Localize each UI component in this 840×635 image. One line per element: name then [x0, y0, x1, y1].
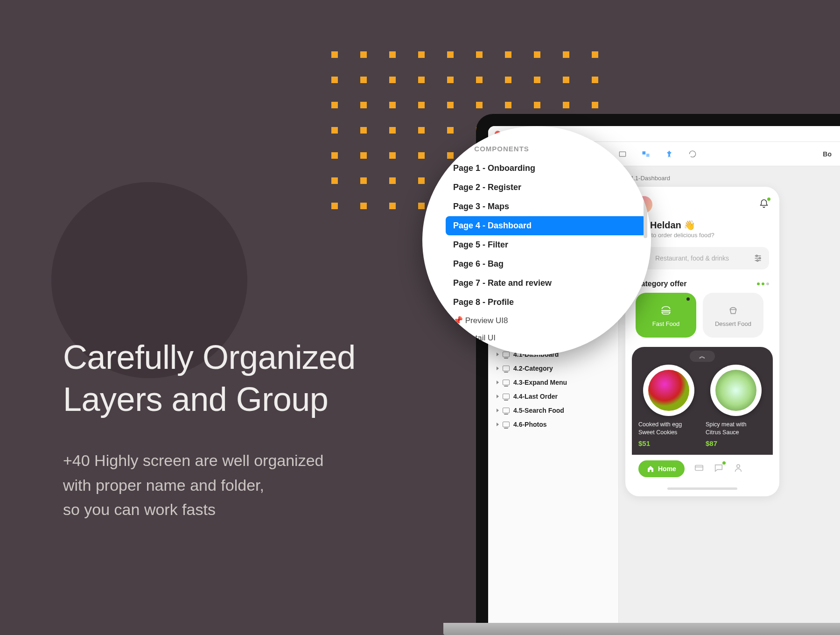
home-icon — [647, 465, 654, 473]
svg-rect-7 — [695, 465, 703, 470]
hero-desc-line3: so you can work fasts — [63, 501, 216, 518]
design-canvas[interactable]: 4.1-Dashboard Hi, Heldan 👋 Want to ord — [619, 166, 840, 623]
artboard-icon — [503, 422, 510, 427]
tab-profile[interactable] — [733, 463, 743, 475]
tab-home-label: Home — [658, 465, 676, 473]
artboard-icon — [503, 366, 510, 371]
hero-title-line1: Carefully Organized — [63, 339, 356, 376]
hero-desc-line1: +40 Highly screen are well organized — [63, 452, 323, 469]
hero-title-line2: Layers and Group — [63, 381, 328, 418]
tab-wallet[interactable] — [694, 463, 704, 475]
page-row[interactable]: Page 7 - Rate and review — [446, 274, 646, 293]
hero-desc-line2: with proper name and folder, — [63, 476, 264, 494]
page-row-selected[interactable]: Page 4 - Dashboard — [446, 216, 646, 235]
artboard-icon — [503, 408, 510, 413]
artboard-icon — [503, 352, 510, 357]
food-name: Spicy meat with — [706, 421, 747, 428]
home-indicator — [667, 487, 737, 490]
toolbar-artboard-icon[interactable] — [618, 149, 627, 159]
page-row[interactable]: Page 5 - Filter — [446, 235, 646, 254]
bottom-sheet[interactable]: ︽ Cooked with eggSweet Cookies $51 — [632, 347, 773, 455]
food-card[interactable]: Cooked with eggSweet Cookies $51 — [638, 365, 699, 447]
layer-row[interactable]: 4.5-Search Food — [488, 403, 618, 417]
expand-handle-icon[interactable]: ︽ — [690, 351, 715, 362]
page-row[interactable]: Page 6 - Bag — [446, 254, 646, 274]
toolbar-pin-icon[interactable] — [665, 149, 674, 159]
layer-label: 4.3-Expand Menu — [513, 379, 567, 386]
toolbar-group-icon[interactable] — [641, 149, 651, 159]
page-row[interactable]: Page 2 - Register — [446, 178, 646, 197]
layer-label: 4.4-Last Order — [513, 393, 558, 400]
food-name: Sweet Cookies — [638, 429, 677, 436]
panel-tab-components[interactable]: COMPONENTS — [474, 145, 529, 153]
category-card-dessert[interactable]: Dessert Food — [703, 293, 763, 338]
cupcake-icon — [727, 303, 739, 316]
layer-label: 4.5-Search Food — [513, 407, 564, 414]
page-row[interactable]: Page 3 - Maps — [446, 197, 646, 216]
layer-row[interactable]: 4.4-Last Order — [488, 389, 618, 403]
food-price: $51 — [638, 439, 699, 447]
tab-bar: Home — [632, 455, 773, 483]
layer-label: 4.2-Category — [513, 365, 553, 372]
food-price: $87 — [706, 439, 766, 447]
page-row[interactable]: Page 1 - Onboarding — [446, 159, 646, 178]
search-placeholder: Restaurant, food & drinks — [655, 254, 729, 262]
food-card[interactable]: Spicy meat withCitrus Sauce $87 — [706, 365, 766, 447]
filter-icon[interactable] — [753, 254, 763, 263]
hero-copy: Carefully Organized Layers and Group +40… — [63, 336, 356, 522]
notification-icon[interactable] — [759, 198, 769, 211]
toolbar-refresh-icon[interactable] — [688, 149, 697, 159]
artboard-title: 4.1-Dashboard — [630, 175, 670, 182]
tab-chat[interactable] — [714, 463, 724, 475]
search-input[interactable]: Restaurant, food & drinks — [636, 247, 769, 269]
tab-home[interactable]: Home — [638, 460, 685, 477]
svg-rect-0 — [619, 152, 625, 156]
burger-icon — [660, 303, 672, 316]
svg-rect-1 — [643, 151, 646, 155]
layer-row[interactable]: 4.2-Category — [488, 361, 618, 375]
magnifier-circle: …ts COMPONENTS ＋ ˄ Page 1 - Onboarding P… — [422, 126, 651, 355]
layer-row[interactable]: 4.6-Photos — [488, 417, 618, 431]
page-row[interactable]: Page 8 - Profile — [446, 293, 646, 312]
artboard-icon — [503, 380, 510, 385]
layer-row[interactable]: 4.3-Expand Menu — [488, 375, 618, 389]
category-label: Fast Food — [652, 320, 680, 327]
food-name: Cooked with egg — [638, 421, 682, 428]
category-label: Dessert Food — [715, 320, 751, 327]
svg-point-4 — [756, 255, 757, 256]
svg-point-5 — [759, 257, 761, 259]
category-card-fastfood[interactable]: Fast Food — [636, 293, 696, 338]
food-name: Citrus Sauce — [706, 429, 739, 436]
svg-point-8 — [737, 465, 740, 467]
toolbar-label: Bo — [823, 150, 832, 158]
artboard-icon — [503, 394, 510, 399]
layer-label: 4.6-Photos — [513, 421, 547, 428]
pager-dots — [757, 282, 769, 285]
svg-rect-2 — [646, 154, 650, 157]
svg-point-6 — [757, 260, 758, 261]
